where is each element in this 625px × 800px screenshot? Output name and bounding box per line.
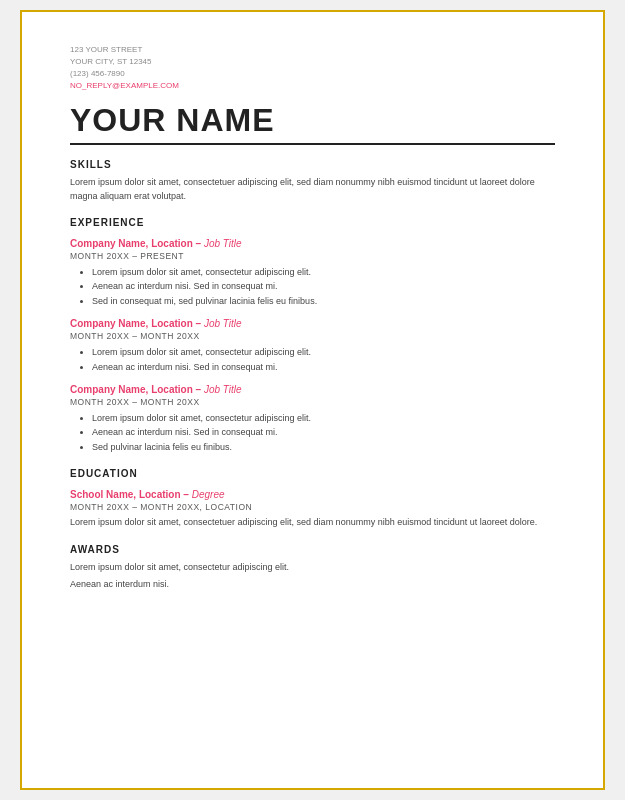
job-3: Company Name, Location – Job Title MONTH… [70,384,555,454]
education-body: Lorem ipsum dolor sit amet, consectetuer… [70,516,555,530]
skills-section: SKILLS Lorem ipsum dolor sit amet, conse… [70,159,555,203]
list-item: Aenean ac interdum nisi. Sed in consequa… [92,360,555,374]
job-1-dash: – [193,238,204,249]
education-degree: Degree [192,489,225,500]
list-item: Sed pulvinar lacinia felis eu finibus. [92,440,555,454]
job-3-company-line: Company Name, Location – Job Title [70,384,555,395]
job-3-title: Job Title [204,384,242,395]
job-2-company: Company Name, Location [70,318,193,329]
name-section: YOUR NAME [70,102,555,145]
job-1-dates: MONTH 20XX – PRESENT [70,251,555,261]
contact-street: 123 YOUR STREET [70,44,555,56]
job-3-dash: – [193,384,204,395]
job-2-dash: – [193,318,204,329]
job-2-company-line: Company Name, Location – Job Title [70,318,555,329]
awards-section: AWARDS Lorem ipsum dolor sit amet, conse… [70,544,555,592]
job-1-title: Job Title [204,238,242,249]
experience-section: EXPERIENCE Company Name, Location – Job … [70,217,555,454]
awards-line2: Aenean ac interdum nisi. [70,578,555,592]
awards-title: AWARDS [70,544,555,555]
skills-body: Lorem ipsum dolor sit amet, consectetuer… [70,176,555,203]
list-item: Sed in consequat mi, sed pulvinar lacini… [92,294,555,308]
contact-info: 123 YOUR STREET YOUR CITY, ST 12345 (123… [70,44,555,92]
job-1-bullets: Lorem ipsum dolor sit amet, consectetur … [70,265,555,308]
list-item: Lorem ipsum dolor sit amet, consectetur … [92,345,555,359]
education-section: EDUCATION School Name, Location – Degree… [70,468,555,530]
contact-email: NO_REPLY@EXAMPLE.COM [70,80,555,92]
education-title: EDUCATION [70,468,555,479]
resume-page: 123 YOUR STREET YOUR CITY, ST 12345 (123… [20,10,605,790]
job-3-company: Company Name, Location [70,384,193,395]
job-2-dates: MONTH 20XX – MONTH 20XX [70,331,555,341]
education-dash: – [181,489,192,500]
experience-title: EXPERIENCE [70,217,555,228]
job-1: Company Name, Location – Job Title MONTH… [70,238,555,308]
job-2: Company Name, Location – Job Title MONTH… [70,318,555,374]
job-2-title: Job Title [204,318,242,329]
contact-citystate: YOUR CITY, ST 12345 [70,56,555,68]
awards-line1: Lorem ipsum dolor sit amet, consectetur … [70,561,555,575]
education-dates: MONTH 20XX – MONTH 20XX, LOCATION [70,502,555,512]
education-school: School Name, Location [70,489,181,500]
education-school-line: School Name, Location – Degree [70,489,555,500]
list-item: Aenean ac interdum nisi. Sed in consequa… [92,425,555,439]
job-1-company: Company Name, Location [70,238,193,249]
list-item: Aenean ac interdum nisi. Sed in consequa… [92,279,555,293]
job-1-company-line: Company Name, Location – Job Title [70,238,555,249]
name-divider [70,143,555,145]
job-3-bullets: Lorem ipsum dolor sit amet, consectetur … [70,411,555,454]
resume-name: YOUR NAME [70,102,555,139]
job-2-bullets: Lorem ipsum dolor sit amet, consectetur … [70,345,555,374]
contact-phone: (123) 456-7890 [70,68,555,80]
list-item: Lorem ipsum dolor sit amet, consectetur … [92,411,555,425]
job-3-dates: MONTH 20XX – MONTH 20XX [70,397,555,407]
list-item: Lorem ipsum dolor sit amet, consectetur … [92,265,555,279]
skills-title: SKILLS [70,159,555,170]
